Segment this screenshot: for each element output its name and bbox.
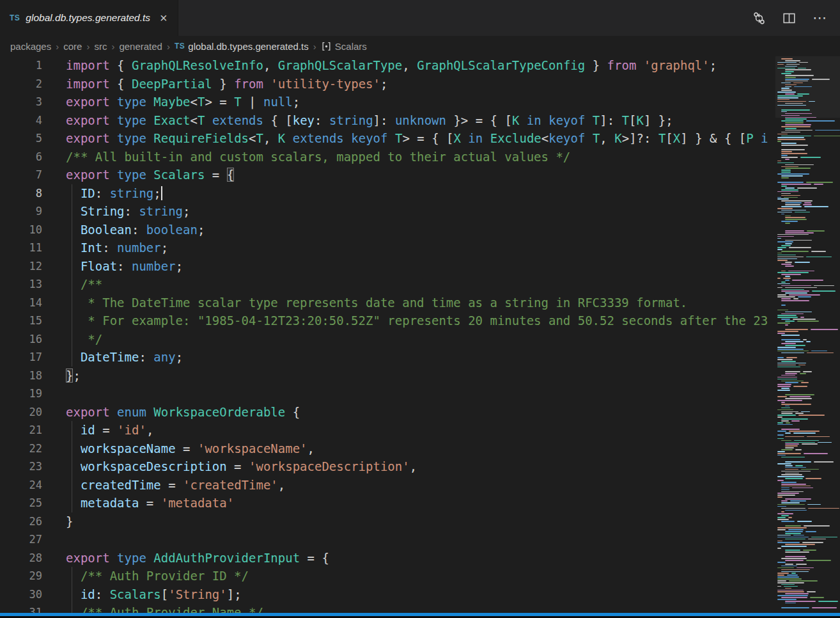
breadcrumb-symbol-name: Scalars	[335, 41, 367, 52]
code-line[interactable]: 3export type Maybe<T> = T | null;	[0, 93, 775, 111]
minimap-line	[785, 533, 801, 534]
breadcrumb-item-symbol[interactable]: Scalars	[321, 41, 367, 52]
code-text: */	[45, 330, 775, 349]
line-number[interactable]: 16	[0, 330, 45, 349]
line-number[interactable]: 29	[0, 567, 45, 585]
line-number[interactable]: 28	[0, 549, 45, 567]
minimap-line	[785, 128, 797, 129]
code-line[interactable]: 19	[0, 384, 775, 403]
line-number[interactable]: 8	[0, 184, 45, 203]
line-number[interactable]: 30	[0, 585, 45, 604]
breadcrumb-item-file[interactable]: TS global.db.types.generated.ts	[175, 41, 309, 52]
line-number[interactable]: 9	[0, 202, 45, 221]
line-number[interactable]: 4	[0, 111, 45, 130]
code-line[interactable]: 31 /** Auth Provider Name */	[0, 603, 775, 613]
line-number[interactable]: 2	[0, 75, 45, 93]
line-number[interactable]: 7	[0, 166, 45, 184]
line-number[interactable]: 20	[0, 403, 45, 422]
minimap-line	[777, 455, 786, 456]
code-token: ,	[263, 58, 278, 72]
code-line[interactable]: 12 Float: number;	[0, 257, 775, 276]
code-line[interactable]: 20export enum WorkspaceOrderable {	[0, 403, 775, 422]
minimap-line	[781, 281, 786, 283]
code-token: K	[278, 131, 285, 145]
code-line[interactable]: 28export type AddAuthProviderInput = {	[0, 549, 775, 567]
minimap-line	[777, 310, 788, 311]
code-line[interactable]: 8 ID: string;	[0, 184, 775, 203]
minimap-line	[785, 593, 809, 594]
minimap-line	[777, 253, 782, 254]
compare-changes-icon[interactable]	[752, 12, 766, 25]
tab-global-db-types-generated[interactable]: TS global.db.types.generated.ts ×	[0, 0, 178, 36]
code-line[interactable]: 17 DateTime: any;	[0, 348, 775, 367]
line-number[interactable]: 12	[0, 257, 45, 276]
line-number[interactable]: 13	[0, 275, 45, 294]
code-line[interactable]: 25 metadata = 'metadata'	[0, 494, 775, 512]
code-line[interactable]: 30 id: Scalars['String'];	[0, 585, 775, 604]
line-number[interactable]: 3	[0, 93, 45, 111]
line-number[interactable]: 11	[0, 239, 45, 257]
close-icon[interactable]: ×	[160, 12, 167, 24]
code-token: Exact	[153, 113, 190, 127]
code-line[interactable]: 22 workspaceName = 'workspaceName',	[0, 440, 775, 458]
line-number[interactable]: 6	[0, 148, 45, 166]
line-number[interactable]: 27	[0, 530, 45, 549]
code-token: string	[139, 204, 183, 218]
line-number[interactable]: 10	[0, 221, 45, 239]
code-line[interactable]: 13 /**	[0, 275, 775, 294]
line-number[interactable]: 14	[0, 294, 45, 312]
more-actions-icon[interactable]: ⋯	[813, 10, 827, 26]
breadcrumb-item-packages[interactable]: packages	[10, 41, 51, 52]
minimap-line	[785, 75, 814, 76]
minimap-line	[789, 431, 820, 432]
line-number[interactable]: 25	[0, 494, 45, 512]
line-number[interactable]: 21	[0, 421, 45, 440]
code-line[interactable]: 26}	[0, 512, 775, 531]
code-token	[263, 77, 270, 91]
code-line[interactable]: 11 Int: number;	[0, 239, 775, 257]
breadcrumb-item-generated[interactable]: generated	[119, 41, 162, 52]
code-line[interactable]: 16 */	[0, 330, 775, 349]
code-token	[110, 405, 117, 419]
code-token: 'workspaceDescription'	[249, 459, 410, 473]
line-number[interactable]: 1	[0, 56, 45, 75]
code-line[interactable]: 9 String: string;	[0, 202, 775, 221]
code-line[interactable]: 29 /** Auth Provider ID */	[0, 567, 775, 585]
code-line[interactable]: 6/** All built-in and custom scalars, ma…	[0, 148, 775, 166]
code-token: type	[117, 95, 146, 109]
code-line[interactable]: 21 id = 'id',	[0, 421, 775, 440]
code-line[interactable]: 14 * The DateTime scalar type represents…	[0, 294, 775, 312]
code-line[interactable]: 2import { DeepPartial } from 'utility-ty…	[0, 75, 775, 93]
split-editor-icon[interactable]	[782, 12, 796, 25]
code-line[interactable]: 23 workspaceDescription = 'workspaceDesc…	[0, 457, 775, 476]
code-line[interactable]: 1import { GraphQLResolveInfo, GraphQLSca…	[0, 56, 775, 75]
line-number[interactable]: 24	[0, 476, 45, 495]
minimap-line	[807, 353, 834, 354]
line-number[interactable]: 31	[0, 603, 45, 613]
minimap[interactable]	[775, 56, 840, 613]
minimap-line	[810, 597, 824, 598]
minimap-line	[777, 139, 805, 140]
code-line[interactable]: 24 createdTime = 'createdTime',	[0, 476, 775, 495]
minimap-line	[777, 495, 795, 496]
line-number[interactable]: 26	[0, 512, 45, 531]
breadcrumb-item-core[interactable]: core	[63, 41, 82, 52]
line-number[interactable]: 17	[0, 348, 45, 367]
line-number[interactable]: 22	[0, 440, 45, 458]
code-line[interactable]: 10 Boolean: boolean;	[0, 221, 775, 239]
code-area[interactable]: 1import { GraphQLResolveInfo, GraphQLSca…	[0, 56, 775, 613]
line-number[interactable]: 23	[0, 457, 45, 476]
code-line[interactable]: 18};	[0, 367, 775, 385]
line-number[interactable]: 15	[0, 312, 45, 330]
line-number[interactable]: 19	[0, 384, 45, 403]
minimap-line	[777, 162, 794, 164]
code-line[interactable]: 5export type RequireFields<T, K extends …	[0, 129, 775, 148]
code-line[interactable]: 27	[0, 530, 775, 549]
code-line[interactable]: 15 * For example: "1985-04-12T23:20:50.5…	[0, 312, 775, 330]
line-number[interactable]: 18	[0, 367, 45, 385]
breadcrumb-item-src[interactable]: src	[94, 41, 107, 52]
code-line[interactable]: 4export type Exact<T extends { [key: str…	[0, 111, 775, 130]
minimap-line	[781, 136, 811, 137]
line-number[interactable]: 5	[0, 129, 45, 148]
code-line[interactable]: 7export type Scalars = {	[0, 166, 775, 184]
